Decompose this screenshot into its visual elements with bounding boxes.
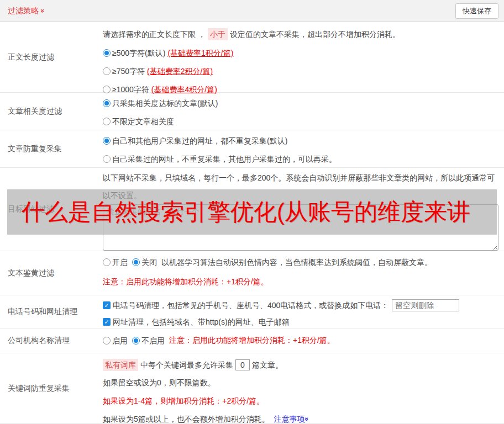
- radio-option-company-on[interactable]: 启用: [103, 335, 128, 346]
- chevron-double-down-icon[interactable]: »: [303, 417, 310, 421]
- radio-unselected-icon[interactable]: [103, 67, 111, 75]
- radio-option-500-chars[interactable]: ≥500字符(默认) (基础费率1积分/篇): [103, 47, 500, 59]
- row-label-content-length: 正文长度过滤: [0, 22, 103, 92]
- less-than-highlight: 小于: [208, 28, 228, 40]
- radio-unselected-icon[interactable]: [103, 86, 111, 93]
- radio-unselected-icon[interactable]: [103, 258, 111, 266]
- company-clean-cost-note: 注意：启用此功能将增加积分消耗：+1积分/篇。: [169, 336, 335, 346]
- radio-label: ≥750字符: [112, 66, 145, 77]
- radio-selected-icon[interactable]: [103, 99, 111, 107]
- overlay-banner: 什么是自然搜索引擎优化(从账号的维度来讲: [7, 189, 497, 235]
- checkbox-url-clean[interactable]: ✓ 网址清理，包括纯域名、带http(s)的网址、电子邮箱: [103, 316, 500, 327]
- checkbox-checked-icon[interactable]: ✓: [103, 301, 111, 309]
- radio-option-relevance-strict[interactable]: 只采集相关度达标的文章(默认): [103, 98, 500, 109]
- cost-note: (基础费率2积分/篇): [147, 66, 213, 77]
- radio-option-dedup-self-only[interactable]: 自己采集过的网址，不重复采集，其他用户采集过的，可以再采。: [103, 153, 500, 165]
- cost-note: (基础费率1积分/篇): [167, 47, 233, 59]
- page-header: 过滤策略 » 快速保存: [0, 0, 504, 22]
- keyword-max-count-input[interactable]: [235, 359, 250, 370]
- radio-selected-icon[interactable]: [103, 137, 111, 145]
- checkbox-label: 网址清理，包括纯域名、带http(s)的网址、电子邮箱: [113, 316, 290, 327]
- row-content-length-filter: 正文长度过滤 请选择需求的正文长度下限 ， 小于 设定值的文章不采集，超出部分不…: [0, 22, 504, 93]
- radio-option-relevance-any[interactable]: 不限定文章相关度: [103, 116, 500, 127]
- radio-label: 只采集相关度达标的文章(默认): [112, 98, 218, 109]
- quick-save-button[interactable]: 快速保存: [455, 3, 498, 19]
- row-relevance-filter: 文章相关度过滤 只采集相关度达标的文章(默认) 不限定文章相关度: [0, 93, 504, 130]
- radio-label: 自己和其他用户采集过的网址，都不重复采集(默认): [112, 135, 287, 146]
- row-label-phone-url-clean: 电话号码和网址清理: [0, 295, 103, 328]
- row-label-company-clean: 公司机构名称清理: [0, 328, 103, 353]
- keyword-rule-zero: 如果留空或设为0，则不限篇数。: [103, 377, 500, 388]
- section-toggle-filter-strategy[interactable]: 过滤策略 »: [8, 6, 45, 16]
- keyword-limit-suffix: 篇文章。: [252, 359, 283, 370]
- content-length-desc: 请选择需求的正文长度下限 ， 小于 设定值的文章不采集，超出部分不增加积分消耗。: [103, 28, 500, 40]
- radio-option-porn-off[interactable]: 关闭: [132, 257, 157, 268]
- radio-selected-icon[interactable]: [132, 258, 140, 266]
- chevron-double-down-icon: »: [39, 9, 46, 13]
- checkbox-checked-icon[interactable]: ✓: [103, 318, 111, 326]
- row-porn-filter: 文本鉴黄过滤 开启 关闭 以机器学习算法自动识别色情内容，当色情概率达到系统阈值…: [0, 251, 504, 295]
- radio-selected-icon[interactable]: [132, 337, 140, 344]
- notes-link[interactable]: 注意事项: [274, 414, 305, 424]
- radio-label: ≥500字符(默认): [112, 47, 165, 59]
- radio-option-company-off[interactable]: 不启用: [132, 335, 165, 346]
- radio-label: 不限定文章相关度: [112, 116, 174, 127]
- radio-label: 开启: [112, 257, 128, 268]
- filter-strategy-page: 过滤策略 » 快速保存 正文长度过滤 请选择需求的正文长度下限 ， 小于 设定值…: [0, 0, 504, 424]
- radio-label: 不启用: [141, 335, 165, 346]
- checkbox-phone-clean[interactable]: ✓ 电话号码清理，包括常见的手机号、座机号、400电话格式，或替换成如下电话：: [103, 300, 389, 311]
- radio-unselected-icon[interactable]: [103, 118, 111, 125]
- keyword-rule-five-plus: 如果设为5篇或以上，也不会额外增加积分消耗。: [103, 414, 270, 424]
- radio-unselected-icon[interactable]: [103, 337, 111, 344]
- keyword-limit-text: 中每个关键词最多允许采集: [140, 359, 233, 370]
- radio-unselected-icon[interactable]: [103, 155, 111, 163]
- row-phone-url-clean: 电话号码和网址清理 ✓ 电话号码清理，包括常见的手机号、座机号、400电话格式，…: [0, 295, 504, 328]
- radio-label: 关闭: [141, 257, 157, 268]
- replacement-phone-input[interactable]: [392, 299, 459, 311]
- porn-filter-cost-note: 注意：启用此功能将增加积分消耗：+1积分/篇。: [103, 276, 500, 287]
- overlay-text: 什么是自然搜索引擎优化(从账号的维度来讲: [7, 200, 470, 224]
- row-label-keyword-dedup: 关键词防重复采集: [0, 353, 103, 423]
- page-title: 过滤策略: [8, 6, 39, 16]
- radio-label: 启用: [112, 335, 128, 346]
- row-label-dedup: 文章防重复采集: [0, 130, 103, 167]
- row-label-relevance: 文章相关度过滤: [0, 93, 103, 130]
- keyword-rule-cost: 如果设为1-4篇，则增加积分消耗：+2积分/篇。: [103, 395, 500, 406]
- private-lexicon-badge: 私有词库: [103, 359, 138, 371]
- radio-option-porn-on[interactable]: 开启: [103, 257, 128, 268]
- porn-filter-desc: 以机器学习算法自动识别色情内容，当色情概率达到系统阈值，自动屏蔽文章。: [161, 257, 432, 268]
- row-dedup-collection: 文章防重复采集 自己和其他用户采集过的网址，都不重复采集(默认) 自己采集过的网…: [0, 130, 504, 168]
- checkbox-label: 电话号码清理，包括常见的手机号、座机号、400电话格式，或替换成如下电话：: [113, 300, 389, 311]
- row-label-porn-filter: 文本鉴黄过滤: [0, 251, 103, 295]
- row-keyword-dedup: 关键词防重复采集 私有词库 中每个关键词最多允许采集 篇文章。 如果留空或设为0…: [0, 353, 504, 424]
- radio-option-dedup-all-users[interactable]: 自己和其他用户采集过的网址，都不重复采集(默认): [103, 135, 500, 146]
- radio-option-750-chars[interactable]: ≥750字符 (基础费率2积分/篇): [103, 66, 500, 77]
- row-company-clean: 公司机构名称清理 启用 不启用 注意：启用此功能将增加积分消耗：+1积分/篇。: [0, 328, 504, 353]
- radio-selected-icon[interactable]: [103, 49, 111, 57]
- radio-label: 自己采集过的网址，不重复采集，其他用户采集过的，可以再采。: [112, 153, 337, 165]
